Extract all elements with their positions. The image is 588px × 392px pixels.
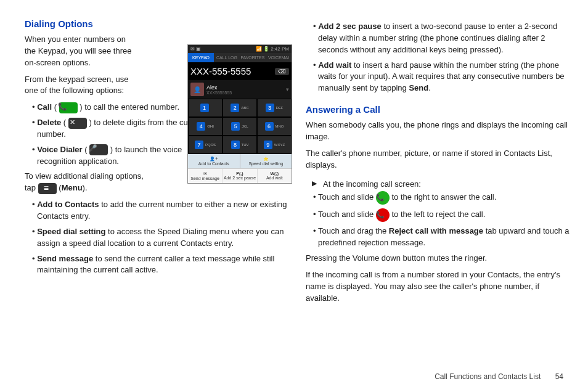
- answer-para-1: When somebody calls you, the phone rings…: [306, 120, 570, 143]
- status-left: ✉ ▣: [190, 46, 201, 52]
- label-call: Call: [37, 102, 52, 112]
- period: .: [428, 83, 431, 92]
- text: ) to call the entered number.: [78, 102, 179, 112]
- key-9[interactable]: 9WXYZ: [257, 136, 292, 154]
- footer-page-number: 54: [555, 372, 563, 381]
- label: Add to Contacts: [37, 200, 99, 209]
- footer-section: Call Functions and Contacts List: [435, 372, 541, 381]
- paren: (: [57, 183, 62, 192]
- key-3[interactable]: 3DEF: [257, 99, 292, 117]
- key-4[interactable]: 4GHI: [188, 117, 223, 136]
- label-menu: Menu: [62, 183, 83, 192]
- text: Touch and slide: [318, 192, 376, 202]
- number-display: XXX-555-5555 ⌫: [188, 62, 292, 80]
- option-voice-dialer: Voice Dialer ( ) to launch the voice rec…: [32, 144, 210, 168]
- heading-dialing-options: Dialing Options: [25, 18, 288, 29]
- call-icon: [59, 102, 78, 113]
- label-send: Send: [409, 83, 428, 92]
- text: Touch and drag the: [318, 226, 389, 235]
- label: Reject call with message: [389, 226, 483, 235]
- step-reject: Touch and slide 📞 to the left to reject …: [313, 208, 570, 222]
- reject-call-icon: 📞: [376, 208, 390, 222]
- answer-call-icon: 📞: [376, 191, 390, 205]
- key-6[interactable]: 6MNO: [257, 117, 292, 136]
- status-bar: ✉ ▣ 📶 🔋 2:42 PM: [188, 45, 292, 53]
- btn-speed-dial[interactable]: ⭐Speed dial setting: [240, 154, 292, 168]
- label: Speed dial setting: [37, 227, 105, 236]
- contact-name: AlexXXX5555555: [206, 84, 284, 95]
- intro-para-2: From the keypad screen, use one of the f…: [25, 74, 136, 97]
- contact-number: XXX5555555: [206, 91, 284, 95]
- menu-icon: [38, 183, 57, 194]
- intro-para-1: When you enter numbers on the Keypad, yo…: [25, 34, 136, 69]
- label: Send message: [37, 254, 93, 263]
- text: At the incoming call screen:: [323, 179, 421, 189]
- delete-icon: [68, 118, 87, 129]
- arrow-icon: ▶: [312, 179, 317, 187]
- page-footer: Call Functions and Contacts List 54: [435, 372, 563, 381]
- key-7[interactable]: 7PQRS: [188, 136, 223, 154]
- voice-dialer-icon: [89, 144, 108, 155]
- option-speed-dial: Speed dial setting to access the Speed D…: [32, 226, 288, 250]
- option-call: Call ( ) to call the entered number.: [32, 102, 210, 113]
- key-8[interactable]: 8TUV: [223, 136, 257, 154]
- option-delete: Delete ( ) to delete digits from the cur…: [32, 117, 210, 141]
- additional-options-para: To view additional dialing options, tap …: [25, 171, 148, 194]
- avatar: 👤: [190, 83, 204, 96]
- tab-call-log[interactable]: CALL LOG: [214, 53, 240, 62]
- option-add-2sec-pause: Add 2 sec pause to insert a two-second p…: [313, 21, 570, 56]
- answer-para-4: If the incoming call is from a number st…: [306, 269, 570, 304]
- heading-answering-call: Answering a Call: [306, 104, 570, 115]
- option-add-wait: Add wait to insert a hard pause within t…: [313, 60, 570, 95]
- step-reject-message: Touch and drag the Reject call with mess…: [313, 226, 570, 249]
- tab-voicemail[interactable]: VOICEMAI: [266, 53, 292, 62]
- caret-icon[interactable]: ▾: [286, 86, 289, 92]
- key-2[interactable]: 2ABC: [223, 99, 257, 117]
- menu-add-wait[interactable]: W(;)Add wait: [258, 169, 292, 183]
- text: to the left to reject the call.: [390, 210, 485, 219]
- key-5[interactable]: 5JKL: [223, 117, 257, 136]
- paren: (: [61, 118, 68, 127]
- key-1[interactable]: 1: [188, 99, 223, 117]
- answer-para-3: Pressing the Volume down button mutes th…: [306, 253, 570, 264]
- btn-add-contacts[interactable]: 👤+Add to Contacts: [188, 154, 240, 168]
- contact-suggestion[interactable]: 👤 AlexXXX5555555 ▾: [188, 80, 292, 99]
- label: Add wait: [318, 60, 351, 70]
- option-add-contacts: Add to Contacts to add the current numbe…: [32, 199, 288, 223]
- phone-tabs: KEYPAD CALL LOG FAVORITES VOICEMAI: [188, 53, 292, 62]
- text: to insert a hard pause within the number…: [318, 60, 565, 93]
- text: Touch and slide: [318, 210, 376, 219]
- status-right: 📶 🔋 2:42 PM: [256, 46, 289, 52]
- label: Add 2 sec pause: [318, 22, 382, 31]
- menu-send-message[interactable]: ✉Send message: [188, 169, 223, 183]
- keypad: 12ABC3DEF4GHI5JKL6MNO7PQRS8TUV9WXYZ: [188, 99, 292, 154]
- menu-add-pause[interactable]: P(,)Add 2 sec pause: [223, 169, 257, 183]
- step-intro: ▶ At the incoming call screen:: [312, 179, 570, 189]
- tab-favorites[interactable]: FAVORITES: [240, 53, 266, 62]
- tab-keypad[interactable]: KEYPAD: [188, 53, 214, 62]
- backspace-icon[interactable]: ⌫: [275, 68, 289, 75]
- label-voice-dialer: Voice Dialer: [37, 145, 82, 154]
- paren: ).: [83, 183, 88, 192]
- option-send-message: Send message to send the current caller …: [32, 253, 288, 277]
- dialed-number: XXX-555-5555: [190, 66, 251, 76]
- answer-para-2: The caller's phone number, picture, or n…: [306, 148, 570, 171]
- step-answer: Touch and slide 📞 to the right to answer…: [313, 191, 570, 205]
- text: to the right to answer the call.: [390, 192, 496, 202]
- phone-screenshot: ✉ ▣ 📶 🔋 2:42 PM KEYPAD CALL LOG FAVORITE…: [187, 44, 292, 184]
- label-delete: Delete: [37, 118, 61, 127]
